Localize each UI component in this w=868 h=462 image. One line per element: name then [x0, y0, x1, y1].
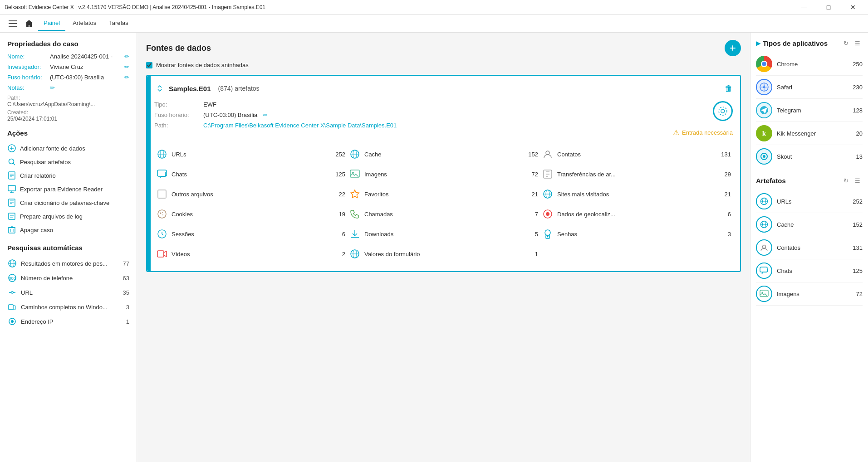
nested-checkbox[interactable]	[146, 62, 152, 68]
svg-point-61	[162, 212, 163, 213]
stat-count-urls: 252	[332, 151, 345, 158]
menu-artefatos[interactable]: Artefatos	[67, 16, 102, 31]
tipos-refresh-icon[interactable]: ↻	[841, 38, 851, 48]
action-exportar[interactable]: Exportar para Evidence Reader	[7, 182, 129, 196]
app-safari[interactable]: Safari 230	[756, 76, 863, 99]
svg-point-36	[11, 320, 14, 323]
close-button[interactable]: ✕	[843, 0, 863, 15]
nome-edit-icon[interactable]: ✏	[124, 53, 129, 60]
stat-imagens[interactable]: Imagens 72	[347, 164, 540, 184]
artefato-imagens[interactable]: Imagens 72	[756, 282, 863, 306]
tipos-list-icon[interactable]: ☰	[853, 38, 863, 48]
artefato-contatos-count: 131	[853, 244, 863, 251]
investigador-row: Investigador: Viviane Cruz ✏	[7, 63, 129, 70]
trash-icon[interactable]: 🗑	[725, 84, 733, 93]
stat-contatos[interactable]: Contatos 131	[540, 144, 733, 164]
svg-rect-15	[9, 199, 15, 206]
stat-label-cache: Cache	[364, 151, 521, 158]
svg-rect-1	[9, 23, 17, 24]
action-relatorio[interactable]: Criar relatório	[7, 169, 129, 182]
export-icon	[7, 185, 16, 194]
stat-count-downloads: 5	[525, 231, 538, 238]
favoritos-icon	[349, 188, 361, 200]
app-chrome-label: Chrome	[777, 61, 848, 68]
artefato-imagens-count: 72	[856, 291, 863, 297]
menu-painel[interactable]: Painel	[38, 16, 65, 31]
stat-chamadas[interactable]: Chamadas 7	[347, 204, 540, 224]
action-pesquisar[interactable]: Pesquisar artefatos	[7, 155, 129, 169]
settings-circle-btn[interactable]	[713, 101, 733, 121]
maximize-button[interactable]: □	[818, 0, 839, 15]
fontes-title: Fontes de dados	[146, 44, 211, 53]
stat-transferencias[interactable]: Transferências de ar... 29	[540, 164, 733, 184]
stat-videos[interactable]: Vídeos 2	[154, 244, 347, 264]
search-item-1[interactable]: 000 Número de telefone 63	[7, 271, 129, 285]
artefato-contatos[interactable]: Contatos 131	[756, 236, 863, 259]
artefato-chats[interactable]: Chats 125	[756, 259, 863, 282]
add-fontes-button[interactable]	[725, 40, 741, 56]
home-button[interactable]	[22, 16, 36, 31]
fuso-edit-icon[interactable]: ✏	[124, 74, 129, 81]
notas-edit-icon[interactable]: ✏	[50, 84, 55, 91]
app-skout[interactable]: Skout 13	[756, 145, 863, 168]
report-icon	[7, 171, 16, 180]
svg-point-6	[9, 159, 14, 164]
stat-sessoes[interactable]: Sessões 6	[154, 224, 347, 244]
cookies-icon	[156, 208, 168, 220]
search-item-3[interactable]: Caminhos completos no Windo... 3	[7, 300, 129, 314]
app-chrome[interactable]: Chrome 250	[756, 53, 863, 76]
action-dicionario[interactable]: Criar dicionário de palavras-chave	[7, 196, 129, 209]
stat-geodata[interactable]: Dados de geolocaliz... 6	[540, 204, 733, 224]
stat-favoritos[interactable]: Favoritos 21	[347, 184, 540, 204]
stat-cookies[interactable]: Cookies 19	[154, 204, 347, 224]
artefatos-refresh-icon[interactable]: ↻	[841, 175, 851, 185]
telegram-icon	[756, 102, 772, 118]
menu-tarefas[interactable]: Tarefas	[103, 16, 134, 31]
sessoes-icon	[156, 228, 168, 240]
stat-senhas[interactable]: Senhas 3	[540, 224, 733, 244]
search-item-4[interactable]: Endereço IP 1	[7, 314, 129, 329]
url-icon	[7, 287, 17, 297]
search-item-2[interactable]: URL 35	[7, 285, 129, 300]
stat-outros[interactable]: Outros arquivos 22	[154, 184, 347, 204]
minimize-button[interactable]: —	[794, 0, 814, 15]
stat-cache[interactable]: Cache 152	[347, 144, 540, 164]
artefato-urls[interactable]: URLs 252	[756, 190, 863, 213]
app-telegram-count: 128	[853, 107, 863, 114]
stat-label-chats: Chats	[172, 171, 328, 178]
stat-sites[interactable]: Sites mais visitados 21	[540, 184, 733, 204]
contatos-icon	[542, 148, 554, 160]
action-apagar[interactable]: Apagar caso	[7, 223, 129, 237]
investigador-edit-icon[interactable]: ✏	[124, 63, 129, 70]
stat-formulario[interactable]: Valores do formulário 1	[347, 244, 540, 264]
tipo-value: EWF	[203, 101, 216, 108]
search-item-0[interactable]: Resultados em motores de pes... 77	[7, 256, 129, 271]
collapse-icon[interactable]	[154, 83, 165, 94]
artefato-chats-icon	[756, 263, 772, 279]
action-log[interactable]: Prepare arquivos de log	[7, 209, 129, 223]
geo-icon	[542, 208, 554, 220]
fuso-edit-btn[interactable]: ✏	[263, 112, 268, 118]
hamburger-icon[interactable]	[5, 16, 20, 31]
stat-urls[interactable]: URLs 252	[154, 144, 347, 164]
nome-label: Nome:	[7, 53, 48, 60]
svg-rect-22	[9, 228, 15, 233]
ip-icon	[7, 316, 17, 326]
entrada-btn[interactable]: ⚠ Entrada necessária	[673, 128, 733, 137]
stat-downloads[interactable]: Downloads 5	[347, 224, 540, 244]
stat-empty	[540, 244, 733, 264]
artefato-cache[interactable]: Cache 152	[756, 213, 863, 236]
safari-icon	[756, 79, 772, 95]
stat-label-senhas: Senhas	[557, 231, 714, 238]
nome-value: Analise 20240425-001 -	[50, 53, 121, 60]
app-telegram[interactable]: Telegram 128	[756, 99, 863, 122]
search-label-2: URL	[21, 289, 112, 296]
stat-chats[interactable]: Chats 125	[154, 164, 347, 184]
app-kik[interactable]: k Kik Messenger 20	[756, 122, 863, 145]
delete-icon	[7, 225, 16, 234]
artefatos-list-icon[interactable]: ☰	[853, 175, 863, 185]
skout-icon	[756, 148, 772, 165]
ds-info-section: Tipo: EWF Fuso horário: (UTC-03:00) Bras…	[154, 101, 733, 137]
action-adicionar[interactable]: Adicionar fonte de dados	[7, 141, 129, 155]
artefato-chats-label: Chats	[777, 267, 848, 274]
